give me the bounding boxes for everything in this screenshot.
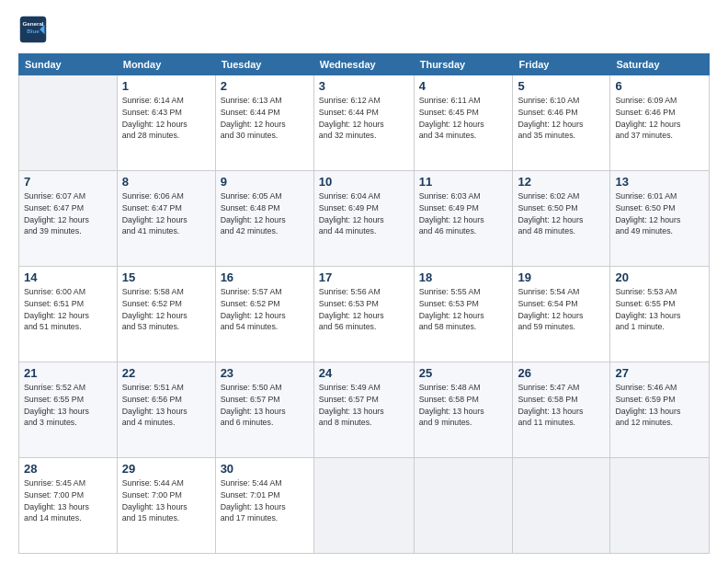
day-number: 21 [24,366,112,380]
day-number: 25 [419,366,508,380]
day-number: 3 [319,79,409,93]
day-info: Sunrise: 6:03 AM Sunset: 6:49 PM Dayligh… [419,190,508,237]
calendar-cell: 2Sunrise: 6:13 AM Sunset: 6:44 PM Daylig… [215,75,313,171]
calendar-table: SundayMondayTuesdayWednesdayThursdayFrid… [18,53,710,554]
calendar-cell: 21Sunrise: 5:52 AM Sunset: 6:55 PM Dayli… [19,362,118,458]
day-number: 18 [419,270,508,284]
calendar-cell: 16Sunrise: 5:57 AM Sunset: 6:52 PM Dayli… [215,267,313,362]
day-number: 10 [319,175,409,189]
day-number: 15 [122,270,210,284]
day-info: Sunrise: 5:45 AM Sunset: 7:00 PM Dayligh… [24,477,112,524]
calendar-cell: 8Sunrise: 6:06 AM Sunset: 6:47 PM Daylig… [117,171,215,267]
day-info: Sunrise: 6:11 AM Sunset: 6:45 PM Dayligh… [419,95,508,142]
day-number: 27 [615,366,704,380]
day-number: 2 [221,79,309,93]
calendar-cell: 29Sunrise: 5:44 AM Sunset: 7:00 PM Dayli… [117,458,215,554]
day-number: 5 [518,79,605,93]
weekday-header: Sunday [19,54,118,75]
header: General Blue [18,15,710,44]
day-number: 24 [319,366,409,380]
calendar-cell: 15Sunrise: 5:58 AM Sunset: 6:52 PM Dayli… [117,267,215,362]
calendar-cell: 20Sunrise: 5:53 AM Sunset: 6:55 PM Dayli… [610,267,710,362]
day-number: 11 [419,175,508,189]
day-info: Sunrise: 6:04 AM Sunset: 6:49 PM Dayligh… [319,190,409,237]
day-number: 14 [24,270,112,284]
calendar-cell: 9Sunrise: 6:05 AM Sunset: 6:48 PM Daylig… [215,171,313,267]
calendar-cell: 26Sunrise: 5:47 AM Sunset: 6:58 PM Dayli… [513,362,610,458]
day-number: 17 [319,270,409,284]
calendar-page: General Blue SundayMondayTuesdayWednesda… [0,0,728,563]
day-info: Sunrise: 6:05 AM Sunset: 6:48 PM Dayligh… [221,190,309,237]
calendar-cell: 23Sunrise: 5:50 AM Sunset: 6:57 PM Dayli… [215,362,313,458]
calendar-cell: 6Sunrise: 6:09 AM Sunset: 6:46 PM Daylig… [610,75,710,171]
calendar-cell: 24Sunrise: 5:49 AM Sunset: 6:57 PM Dayli… [313,362,414,458]
day-number: 12 [518,175,605,189]
day-number: 9 [221,175,309,189]
day-number: 23 [221,366,309,380]
calendar-cell: 17Sunrise: 5:56 AM Sunset: 6:53 PM Dayli… [313,267,414,362]
day-info: Sunrise: 5:58 AM Sunset: 6:52 PM Dayligh… [122,286,210,333]
calendar-week-row: 21Sunrise: 5:52 AM Sunset: 6:55 PM Dayli… [19,362,710,458]
day-info: Sunrise: 5:54 AM Sunset: 6:54 PM Dayligh… [518,286,605,333]
calendar-cell: 10Sunrise: 6:04 AM Sunset: 6:49 PM Dayli… [313,171,414,267]
day-info: Sunrise: 5:52 AM Sunset: 6:55 PM Dayligh… [24,382,112,429]
calendar-cell: 25Sunrise: 5:48 AM Sunset: 6:58 PM Dayli… [414,362,513,458]
day-info: Sunrise: 5:48 AM Sunset: 6:58 PM Dayligh… [419,382,508,429]
day-number: 13 [615,175,704,189]
day-number: 16 [221,270,309,284]
day-number: 30 [221,462,309,476]
calendar-cell: 14Sunrise: 6:00 AM Sunset: 6:51 PM Dayli… [19,267,118,362]
weekday-header: Monday [117,54,215,75]
day-number: 6 [615,79,704,93]
calendar-cell [414,458,513,554]
weekday-header: Friday [513,54,610,75]
day-info: Sunrise: 5:47 AM Sunset: 6:58 PM Dayligh… [518,382,605,429]
calendar-week-row: 14Sunrise: 6:00 AM Sunset: 6:51 PM Dayli… [19,267,710,362]
logo: General Blue [18,15,51,44]
day-number: 28 [24,462,112,476]
day-info: Sunrise: 5:44 AM Sunset: 7:01 PM Dayligh… [221,477,309,524]
weekday-header: Tuesday [215,54,313,75]
day-info: Sunrise: 6:13 AM Sunset: 6:44 PM Dayligh… [221,95,309,142]
calendar-cell [313,458,414,554]
calendar-week-row: 1Sunrise: 6:14 AM Sunset: 6:43 PM Daylig… [19,75,710,171]
day-info: Sunrise: 6:09 AM Sunset: 6:46 PM Dayligh… [615,95,704,142]
day-info: Sunrise: 6:12 AM Sunset: 6:44 PM Dayligh… [319,95,409,142]
day-info: Sunrise: 6:14 AM Sunset: 6:43 PM Dayligh… [122,95,210,142]
day-number: 20 [615,270,704,284]
calendar-cell: 11Sunrise: 6:03 AM Sunset: 6:49 PM Dayli… [414,171,513,267]
calendar-cell: 7Sunrise: 6:07 AM Sunset: 6:47 PM Daylig… [19,171,118,267]
day-number: 7 [24,175,112,189]
calendar-cell [19,75,118,171]
day-info: Sunrise: 5:50 AM Sunset: 6:57 PM Dayligh… [221,382,309,429]
calendar-header-row: SundayMondayTuesdayWednesdayThursdayFrid… [19,54,710,75]
calendar-cell [513,458,610,554]
day-number: 22 [122,366,210,380]
calendar-week-row: 28Sunrise: 5:45 AM Sunset: 7:00 PM Dayli… [19,458,710,554]
day-info: Sunrise: 5:53 AM Sunset: 6:55 PM Dayligh… [615,286,704,333]
calendar-cell: 22Sunrise: 5:51 AM Sunset: 6:56 PM Dayli… [117,362,215,458]
calendar-cell: 5Sunrise: 6:10 AM Sunset: 6:46 PM Daylig… [513,75,610,171]
day-number: 1 [122,79,210,93]
svg-text:General: General [22,20,43,27]
calendar-week-row: 7Sunrise: 6:07 AM Sunset: 6:47 PM Daylig… [19,171,710,267]
day-number: 26 [518,366,605,380]
day-info: Sunrise: 6:02 AM Sunset: 6:50 PM Dayligh… [518,190,605,237]
day-info: Sunrise: 6:07 AM Sunset: 6:47 PM Dayligh… [24,190,112,237]
calendar-cell: 30Sunrise: 5:44 AM Sunset: 7:01 PM Dayli… [215,458,313,554]
day-number: 29 [122,462,210,476]
day-info: Sunrise: 5:44 AM Sunset: 7:00 PM Dayligh… [122,477,210,524]
calendar-cell: 19Sunrise: 5:54 AM Sunset: 6:54 PM Dayli… [513,267,610,362]
day-info: Sunrise: 5:51 AM Sunset: 6:56 PM Dayligh… [122,382,210,429]
calendar-cell: 1Sunrise: 6:14 AM Sunset: 6:43 PM Daylig… [117,75,215,171]
calendar-cell: 18Sunrise: 5:55 AM Sunset: 6:53 PM Dayli… [414,267,513,362]
calendar-cell: 3Sunrise: 6:12 AM Sunset: 6:44 PM Daylig… [313,75,414,171]
day-number: 19 [518,270,605,284]
calendar-cell: 28Sunrise: 5:45 AM Sunset: 7:00 PM Dayli… [19,458,118,554]
day-info: Sunrise: 5:49 AM Sunset: 6:57 PM Dayligh… [319,382,409,429]
weekday-header: Thursday [414,54,513,75]
day-info: Sunrise: 6:06 AM Sunset: 6:47 PM Dayligh… [122,190,210,237]
weekday-header: Wednesday [313,54,414,75]
day-number: 4 [419,79,508,93]
day-info: Sunrise: 5:57 AM Sunset: 6:52 PM Dayligh… [221,286,309,333]
